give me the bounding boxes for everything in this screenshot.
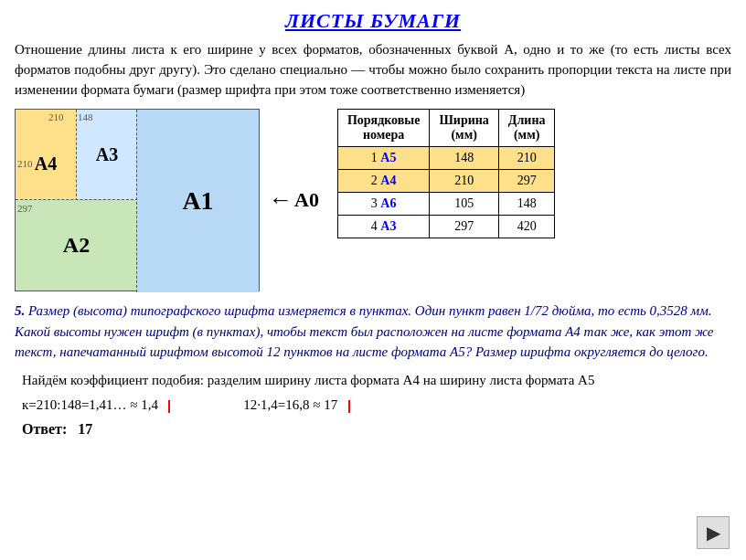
cell-name: А4 — [380, 174, 396, 187]
cell-num: 3 А6 — [337, 193, 430, 216]
formula-line: к=210:148=1,41… ≈ 1,4 12·1,4=16,8 ≈ 17 — [15, 394, 731, 416]
cell-length: 297 — [498, 170, 555, 193]
a2-region: А2 — [16, 199, 138, 291]
formula2: 12·1,4=16,8 ≈ 17 — [243, 394, 349, 416]
dim-210-left: 210 — [17, 158, 33, 169]
table-row: 1 А5 148 210 — [337, 147, 555, 170]
problem-num: 5. — [15, 303, 25, 318]
dim-148: 148 — [78, 111, 93, 122]
a1-label: А1 — [182, 186, 213, 216]
middle-section: А6 А5 А4 А3 А2 А1 210 1 — [15, 109, 731, 291]
table-container: Порядковыеномера Ширина(мм) Длина(мм) 1 … — [337, 109, 731, 238]
formula1: к=210:148=1,41… ≈ 1,4 — [22, 394, 170, 416]
table-row: 2 А4 210 297 — [337, 170, 555, 193]
cell-name: А6 — [380, 196, 396, 210]
answer-label: Ответ: — [22, 421, 67, 437]
cell-length: 148 — [498, 193, 555, 216]
cell-width: 105 — [430, 193, 498, 216]
a0-label: А0 — [294, 188, 319, 212]
cell-name: А3 — [380, 219, 396, 233]
page-title: ЛИСТЫ БУМАГИ — [15, 9, 731, 33]
a0-arrow-group: ← А0 — [269, 186, 319, 214]
a4-label: А4 — [35, 153, 57, 174]
solution-text: Найдём коэффициент подобия: разделим шир… — [15, 370, 731, 391]
col-header-length: Длина(мм) — [498, 110, 555, 147]
arrow-left-icon: ← — [269, 186, 293, 214]
table-row: 3 А6 105 148 — [337, 193, 555, 216]
a2-label: А2 — [63, 233, 90, 258]
next-button[interactable]: ▶ — [697, 516, 730, 549]
problem-text: Размер (высота) типографского шрифта изм… — [15, 303, 713, 359]
col-header-num: Порядковыеномера — [337, 110, 430, 147]
cell-num: 1 А5 — [337, 147, 430, 170]
cell-num: 4 А3 — [337, 216, 430, 238]
cell-width: 297 — [430, 216, 498, 238]
answer-value: 17 — [78, 421, 92, 437]
cursor2 — [348, 400, 350, 413]
cursor1 — [168, 400, 170, 413]
cell-length: 420 — [498, 216, 555, 238]
cell-num: 2 А4 — [337, 170, 430, 193]
dim-297: 297 — [17, 203, 33, 214]
cell-name: А5 — [380, 151, 396, 164]
col-header-width: Ширина(мм) — [430, 110, 498, 147]
cell-length: 210 — [498, 147, 555, 170]
dim-210-top: 210 — [48, 111, 64, 122]
a1-region: А1 — [136, 110, 259, 292]
intro-text: Отношение длины листа к его ширине у все… — [15, 40, 731, 100]
answer-line: Ответ: 17 — [15, 421, 731, 438]
cell-width: 148 — [430, 147, 498, 170]
a3-region: А3 — [77, 110, 138, 201]
a3-label: А3 — [96, 144, 118, 165]
paper-diagram: А6 А5 А4 А3 А2 А1 210 1 — [15, 109, 260, 291]
a4-region: А4 — [16, 110, 77, 201]
table-row: 4 А3 297 420 — [337, 216, 555, 238]
problem-section: 5. Размер (высота) типографского шрифта … — [15, 301, 731, 363]
paper-table: Порядковыеномера Ширина(мм) Длина(мм) 1 … — [337, 109, 556, 238]
cell-width: 210 — [430, 170, 498, 193]
